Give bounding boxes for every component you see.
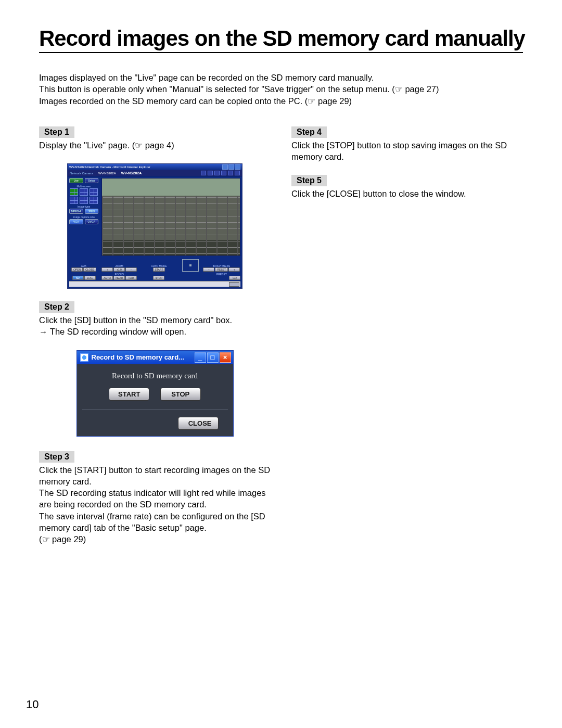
sd-heading: Record to SD memory card [82, 372, 228, 380]
zoom-in-button[interactable]: ＋ [101, 267, 113, 272]
page-number: 10 [26, 698, 39, 711]
intro-line-2a: This button is operable only when "Manua… [39, 84, 395, 94]
stop-button[interactable]: STOP [160, 388, 201, 401]
sd-window-buttons: _ □ × [195, 352, 231, 363]
grid-3x3-icon[interactable] [90, 197, 98, 204]
grid-2x2-icon[interactable] [90, 188, 98, 196]
cam-window-titlebar: WV-NS202A Network Camera - Microsoft Int… [68, 164, 242, 170]
toolbar-icon[interactable] [235, 171, 240, 175]
image-type-label: Image type [69, 205, 98, 208]
focus-auto-button[interactable]: AUTO [101, 276, 113, 280]
pan-tilt-center-icon [189, 264, 191, 266]
cam-model-2: WV-NS202A [121, 171, 142, 175]
automode-start-button[interactable]: START [153, 267, 165, 272]
page-ref-4: page 4 [135, 141, 171, 150]
step-2-body: Click the [SD] button in the "SD memory … [39, 314, 271, 338]
aux-open-button[interactable]: OPEN [71, 267, 83, 272]
step-5-body: Click the [CLOSE] button to close the wi… [291, 188, 523, 199]
step-3-line-4b: ) [83, 534, 86, 544]
minimize-icon[interactable]: _ [195, 352, 206, 363]
intro-line-2: This button is operable only when "Manua… [39, 83, 523, 95]
bright-minus-button[interactable]: − [203, 267, 214, 272]
cam-body: Live Setup Multi-screen [68, 176, 242, 258]
pan-tilt-pad[interactable] [182, 259, 199, 272]
page-title: Record images on the SD memory card manu… [39, 26, 523, 53]
multiscreen-icons-row2 [69, 197, 98, 204]
intro-paragraph: Images displayed on the "Live" page can … [39, 72, 523, 107]
close-icon[interactable] [235, 164, 240, 170]
grid-2x2-icon[interactable] [80, 188, 88, 196]
sd-button[interactable]: SD [72, 276, 84, 280]
sd-close-row: CLOSE [82, 409, 228, 430]
jpeg-button[interactable]: JPEG [85, 209, 99, 214]
bright-reset-button[interactable]: RESET [215, 267, 228, 272]
step-3-label: Step 3 [39, 451, 74, 463]
aux-close-button[interactable]: CLOSE [83, 267, 96, 272]
intro-line-3b: ) [349, 96, 352, 106]
zoom-reset-button[interactable]: x1.0 [113, 267, 125, 272]
step-3-line-1: Click the [START] button to start record… [39, 464, 271, 488]
toolbar-icon[interactable] [214, 171, 220, 175]
step-4: Step 4 Click the [STOP] button to stop s… [291, 126, 523, 163]
ie-icon [80, 353, 88, 362]
cam-header: Network Camera WV-NS202A WV-NS202A [68, 170, 242, 176]
image-capture-size-label: Image capture size [69, 215, 98, 219]
toolbar-icon[interactable] [228, 171, 233, 175]
cam-vendor: Network Camera [70, 172, 93, 175]
zoom-out-button[interactable]: − [125, 267, 137, 272]
log-button[interactable]: LOG [84, 276, 96, 280]
page-ref-29b: page 29 [42, 534, 83, 544]
sd-main-buttons: START STOP [82, 388, 228, 401]
close-button[interactable]: CLOSE [178, 417, 219, 430]
step-1: Step 1 Display the "Live" page. (page 4) [39, 126, 271, 151]
step-2: Step 2 Click the [SD] button in the "SD … [39, 301, 271, 338]
camera-ui-screenshot: WV-NS202A Network Camera - Microsoft Int… [67, 163, 242, 289]
toolbar-icon[interactable] [221, 171, 226, 175]
vga-button[interactable]: VGA [69, 219, 83, 224]
minimize-icon[interactable] [222, 164, 228, 170]
maximize-icon[interactable] [228, 164, 234, 170]
left-column: Step 1 Display the "Live" page. (page 4)… [39, 126, 271, 558]
multiscreen-icons [69, 188, 98, 196]
automode-stop-button[interactable]: STOP [153, 276, 164, 280]
sd-body: Record to SD memory card START STOP CLOS… [77, 364, 233, 436]
step-5: Step 5 Click the [CLOSE] button to close… [291, 175, 523, 199]
live-button[interactable]: Live [69, 178, 83, 183]
page-ref-27: page 27 [395, 84, 436, 94]
grid-3x3-icon[interactable] [70, 197, 78, 204]
bright-plus-button[interactable]: + [228, 267, 240, 272]
step-1-label: Step 1 [39, 126, 74, 138]
sd-title: Record to SD memory card... [92, 353, 184, 361]
step-2-label: Step 2 [39, 301, 74, 313]
toolbar-icon[interactable] [201, 171, 206, 175]
focus-far-button[interactable]: FAR [125, 276, 137, 280]
step-2-line-1: Click the [SD] button in the "SD memory … [39, 314, 271, 326]
step-5-label: Step 5 [291, 175, 327, 186]
step-1-body-a: Display the "Live" page. ( [39, 141, 135, 150]
intro-line-3: Images recorded on the SD memory card ca… [39, 95, 523, 107]
intro-line-2b: ) [436, 84, 439, 94]
step-3-line-2: The SD recording status indicator will l… [39, 487, 271, 510]
maximize-icon[interactable]: □ [207, 352, 219, 363]
toolbar-icon[interactable] [208, 171, 213, 175]
cam-toolbar-icons [201, 171, 240, 175]
setup-button[interactable]: Setup [85, 178, 99, 183]
horizontal-scrollbar[interactable] [69, 281, 240, 287]
preset-go-button[interactable]: GO [229, 276, 240, 280]
close-icon[interactable]: × [220, 352, 231, 363]
step-4-label: Step 4 [291, 126, 327, 138]
focus-near-button[interactable]: NEAR [113, 276, 125, 280]
step-3-line-4: (page 29) [39, 533, 271, 545]
start-button[interactable]: START [109, 388, 149, 401]
step-3-line-3: The save interval (frame rate) can be co… [39, 510, 271, 534]
intro-line-3a: Images recorded on the SD memory card ca… [39, 96, 308, 106]
page-ref-29a: page 29 [308, 96, 349, 106]
grid-2x2-green-icon[interactable] [70, 188, 78, 196]
intro-line-1: Images displayed on the "Live" page can … [39, 72, 523, 83]
cam-window-title: WV-NS202A Network Camera - Microsoft Int… [69, 165, 150, 169]
grid-3x3-icon[interactable] [80, 197, 88, 204]
cam-model-1: WV-NS202A [98, 172, 116, 175]
qvga-button[interactable]: QVGA [85, 219, 99, 224]
mpeg4-button[interactable]: MPEG-4 [69, 209, 83, 214]
cam-main [100, 176, 242, 258]
